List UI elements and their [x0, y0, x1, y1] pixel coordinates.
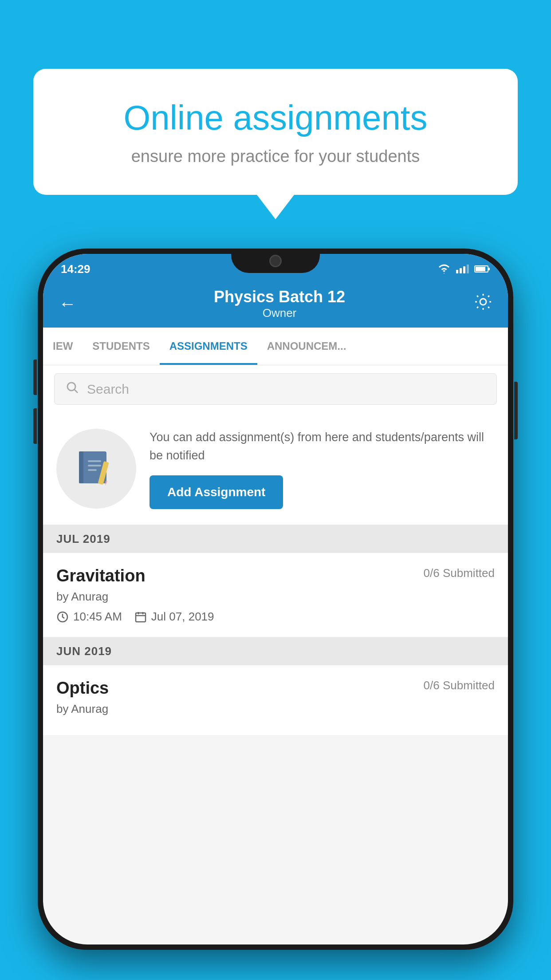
assignment-optics-status: 0/6 Submitted — [424, 679, 495, 692]
notebook-icon — [75, 448, 118, 490]
signal-icon — [456, 265, 469, 273]
phone-container: 14:29 — [38, 249, 513, 950]
tab-assignments[interactable]: ASSIGNMENTS — [160, 328, 257, 365]
speech-bubble-arrow — [257, 195, 294, 219]
status-time: 14:29 — [61, 262, 91, 276]
promo-description: You can add assignment(s) from here and … — [150, 428, 495, 464]
add-assignment-button[interactable]: Add Assignment — [150, 475, 283, 509]
svg-point-3 — [480, 299, 486, 305]
assignment-meta: 10:45 AM Jul 07, 2019 — [56, 610, 495, 624]
svg-rect-7 — [79, 451, 83, 483]
wifi-icon — [437, 264, 451, 274]
app-header: ← Physics Batch 12 Owner — [43, 280, 508, 328]
svg-rect-10 — [88, 469, 97, 471]
header-title-area: Physics Batch 12 Owner — [85, 288, 474, 320]
promo-icon-circle — [56, 429, 136, 509]
search-input[interactable]: Search — [87, 382, 129, 397]
svg-rect-9 — [88, 465, 101, 466]
section-header-jul: JUL 2019 — [43, 525, 508, 553]
phone-button-volume-up — [33, 360, 37, 395]
settings-button[interactable] — [474, 292, 492, 315]
search-container: Search — [43, 365, 508, 413]
tab-students[interactable]: STUDENTS — [83, 328, 159, 365]
tabs-container: IEW STUDENTS ASSIGNMENTS ANNOUNCEM... — [43, 328, 508, 365]
assignment-time: 10:45 AM — [56, 610, 122, 624]
assignment-optics-by: by Anurag — [56, 702, 495, 716]
assignment-item-gravitation[interactable]: Gravitation 0/6 Submitted by Anurag 10:4… — [43, 553, 508, 637]
phone-screen: 14:29 — [43, 254, 508, 944]
gear-icon — [474, 292, 492, 311]
assignment-title: Gravitation — [56, 566, 146, 585]
search-icon — [66, 381, 79, 397]
svg-rect-14 — [136, 613, 146, 622]
speech-bubble: Online assignments ensure more practice … — [33, 69, 518, 195]
speech-bubble-subtitle: ensure more practice for your students — [67, 147, 484, 166]
assignment-top-row: Gravitation 0/6 Submitted — [56, 566, 495, 585]
assignment-optics-title: Optics — [56, 679, 109, 698]
svg-rect-2 — [476, 267, 485, 271]
assignment-date: Jul 07, 2019 — [134, 610, 214, 624]
svg-point-4 — [67, 383, 75, 391]
status-icons — [437, 264, 490, 274]
svg-rect-1 — [488, 268, 490, 270]
header-subtitle: Owner — [85, 306, 474, 320]
header-title: Physics Batch 12 — [85, 288, 474, 306]
section-header-jun: JUN 2019 — [43, 637, 508, 665]
calendar-icon — [134, 611, 147, 623]
tab-announcements[interactable]: ANNOUNCEM... — [257, 328, 356, 365]
phone-camera — [269, 255, 282, 267]
svg-line-5 — [75, 390, 78, 393]
battery-icon — [474, 265, 490, 273]
speech-bubble-title: Online assignments — [67, 98, 484, 138]
search-box[interactable]: Search — [54, 373, 497, 405]
phone-outer: 14:29 — [38, 249, 513, 950]
promo-section: You can add assignment(s) from here and … — [43, 413, 508, 525]
clock-icon — [56, 611, 69, 623]
assignment-item-optics[interactable]: Optics 0/6 Submitted by Anurag — [43, 665, 508, 736]
promo-text-area: You can add assignment(s) from here and … — [150, 428, 495, 509]
back-button[interactable]: ← — [59, 294, 76, 314]
speech-bubble-container: Online assignments ensure more practice … — [33, 69, 518, 219]
tab-iew[interactable]: IEW — [43, 328, 83, 365]
phone-button-volume-down — [33, 408, 37, 444]
assignment-by: by Anurag — [56, 590, 495, 604]
svg-rect-8 — [88, 460, 101, 462]
assignment-status: 0/6 Submitted — [424, 566, 495, 580]
phone-notch — [231, 249, 320, 273]
phone-button-power — [514, 382, 518, 439]
assignment-optics-top-row: Optics 0/6 Submitted — [56, 679, 495, 698]
